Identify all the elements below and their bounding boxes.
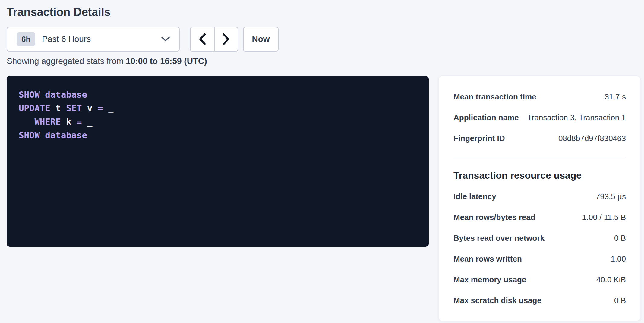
- time-range-label: Past 6 Hours: [42, 34, 91, 44]
- stat-label: Mean rows/bytes read: [453, 213, 535, 222]
- transaction-details-page: Transaction Details 6h Past 6 Hours Now …: [0, 0, 644, 323]
- sql-code-line: WHERE k = _: [19, 115, 417, 129]
- sql-token-kw: UPDATE: [19, 103, 50, 113]
- stat-label: Mean transaction time: [453, 92, 536, 102]
- next-time-button[interactable]: [214, 27, 238, 51]
- stat-row: Fingerprint ID08d8b7d97f830463: [453, 128, 626, 149]
- stat-value: 793.5 µs: [596, 192, 626, 201]
- stat-row: Max memory usage40.0 KiB: [453, 269, 626, 290]
- sql-token-kw: =: [98, 103, 103, 113]
- stat-row: Bytes read over network0 B: [453, 228, 626, 249]
- stat-value: 40.0 KiB: [596, 275, 626, 284]
- stat-label: Bytes read over network: [453, 234, 545, 243]
- time-range-dropdown[interactable]: 6h Past 6 Hours: [7, 27, 180, 52]
- resource-rows: Idle latency793.5 µsMean rows/bytes read…: [453, 186, 626, 311]
- stat-label: Application name: [453, 113, 519, 122]
- stat-value: 0 B: [614, 296, 626, 305]
- stat-row: Mean rows written1.00: [453, 249, 626, 269]
- stat-label: Mean rows written: [453, 254, 522, 264]
- sql-token-plain: [71, 117, 77, 127]
- stat-row: Application nameTransaction 3, Transacti…: [453, 107, 626, 128]
- sql-token-kw: =: [77, 117, 82, 127]
- sql-token-plain: [82, 117, 87, 127]
- aggregation-range-text: Showing aggregated stats from 10:00 to 1…: [7, 56, 640, 67]
- stat-value: 08d8b7d97f830463: [558, 134, 626, 143]
- sql-token-plain: [61, 117, 66, 127]
- card-divider: [453, 157, 626, 157]
- sql-token-ident: k: [66, 117, 71, 127]
- stat-label: Idle latency: [453, 192, 496, 201]
- stat-value: 31.7 s: [605, 92, 626, 102]
- stat-label: Fingerprint ID: [453, 134, 505, 143]
- sql-token-plain: [61, 103, 66, 113]
- transaction-summary-card: Mean transaction time31.7 sApplication n…: [439, 76, 640, 321]
- chevron-left-icon: [198, 33, 206, 45]
- sql-token-ident: v: [87, 103, 92, 113]
- summary-rows: Mean transaction time31.7 sApplication n…: [453, 86, 626, 149]
- resource-usage-heading: Transaction resource usage: [453, 169, 626, 181]
- sql-token-plain: [93, 103, 98, 113]
- sql-token-kw: SHOW: [19, 89, 40, 100]
- sql-token-kw: SHOW: [19, 130, 40, 140]
- stat-value: 1.00: [611, 254, 626, 264]
- sql-token-kw: WHERE: [34, 117, 61, 127]
- sql-token-kw: database: [45, 89, 87, 100]
- stat-value: 0 B: [614, 234, 626, 243]
- stat-row: Mean transaction time31.7 s: [453, 86, 626, 107]
- sql-token-plain: [40, 89, 45, 100]
- sql-token-plain: [19, 117, 34, 127]
- sql-code-line: SHOW database: [19, 88, 417, 102]
- now-button[interactable]: Now: [243, 27, 279, 52]
- time-controls: 6h Past 6 Hours Now: [7, 27, 640, 52]
- stat-label: Max scratch disk usage: [453, 296, 541, 305]
- sql-token-plain: [103, 103, 108, 113]
- chevron-down-icon: [161, 36, 170, 42]
- stat-value: Transaction 3, Transaction 1: [527, 113, 626, 122]
- aggregation-range-value: 10:00 to 16:59 (UTC): [126, 56, 207, 66]
- sql-code-line: SHOW database: [19, 129, 417, 142]
- sql-token-plain: [40, 130, 45, 140]
- stat-label: Max memory usage: [453, 275, 526, 284]
- chevron-right-icon: [222, 33, 230, 45]
- sql-token-kw: SET: [66, 103, 82, 113]
- stat-row: Idle latency793.5 µs: [453, 186, 626, 207]
- time-nav-buttons: [190, 27, 238, 52]
- sql-token-plain: [50, 103, 55, 113]
- aggregation-range-prefix: Showing aggregated stats from: [7, 56, 126, 66]
- sql-statement-box: SHOW databaseUPDATE t SET v = _ WHERE k …: [7, 76, 429, 247]
- main-content: SHOW databaseUPDATE t SET v = _ WHERE k …: [7, 76, 640, 321]
- prev-time-button[interactable]: [191, 27, 214, 51]
- sql-token-ident: _: [87, 117, 92, 127]
- stat-row: Max scratch disk usage0 B: [453, 290, 626, 311]
- sql-token-ident: t: [55, 103, 61, 113]
- stat-value: 1.00 / 11.5 B: [582, 213, 626, 222]
- sql-token-plain: [82, 103, 87, 113]
- stat-row: Mean rows/bytes read1.00 / 11.5 B: [453, 207, 626, 228]
- sql-token-ident: _: [108, 103, 113, 113]
- page-title: Transaction Details: [7, 5, 640, 19]
- sql-code-line: UPDATE t SET v = _: [19, 102, 417, 115]
- time-range-badge: 6h: [17, 32, 35, 46]
- sql-token-kw: database: [45, 130, 87, 140]
